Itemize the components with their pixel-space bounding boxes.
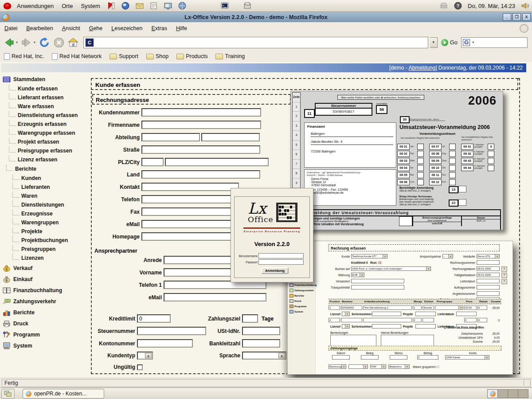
bookmark-folder-products[interactable]: Products [172,53,211,59]
sidebar-item-system[interactable]: System [3,340,90,351]
pdf-launcher-icon[interactable] [107,1,116,10]
firmenname-input[interactable] [141,121,261,129]
volume-icon[interactable] [520,1,529,10]
land-input[interactable] [141,170,260,179]
abteilung-input-1[interactable] [141,133,200,141]
sidebar-item-preisgruppe-erfassen[interactable]: Preisgruppe erfassen [3,146,90,155]
stop-button[interactable] [53,37,65,48]
sidebar-item-stammdaten[interactable]: Stammdaten [3,74,90,84]
sidebar-item-lieferanten[interactable]: Lieferanten [3,183,90,192]
email2-input[interactable] [164,293,266,301]
zahlungsziel-input[interactable] [242,314,258,323]
terminal-launcher-icon[interactable]: >_ [220,1,229,10]
redhat-menu-icon[interactable] [4,3,11,9]
kundennummer-input[interactable] [141,108,261,117]
package-launcher-icon[interactable] [243,1,252,10]
kreditlimit-input[interactable] [137,314,171,323]
bookmark-folder-shop[interactable]: Shop [142,53,172,59]
go-button[interactable]: Go [438,39,461,46]
workspace-2[interactable] [498,390,508,398]
sidebar-item-einkauf[interactable]: $Einkauf [3,274,90,285]
sidebar-item-preisgruppen[interactable]: Preisgruppen [3,245,90,254]
menu-orte[interactable]: Orte [58,0,77,12]
print-status-icon[interactable] [439,1,448,10]
sidebar-item-finanzbuchhaltung[interactable]: Finanzbuchhaltung [3,285,90,296]
workspace-4[interactable] [518,390,528,398]
bookmark-redhat-inc[interactable]: Red Hat, Inc. [0,53,48,60]
maximize-button[interactable]: ❐ [512,13,521,21]
sidebar-item-dienstleistung-erfassen[interactable]: Dienstleistung erfassen [3,111,90,120]
url-bar[interactable]: C [83,37,428,48]
screenshot-launcher-icon[interactable] [164,1,172,10]
workspace-1[interactable] [488,390,498,398]
window-titlebar[interactable]: Lx-Office Version 2.2.0 - Demo - demo - … [0,12,532,23]
plz-input[interactable] [141,158,164,166]
sidebar-item-waren[interactable]: Waren [3,192,90,200]
sidebar-item-druck[interactable]: Druck [3,318,90,329]
sidebar-item-erzeugnisse[interactable]: Erzeugnisse [3,209,90,218]
sidebar-item-erzeugnis-erfassen[interactable]: Erzeugnis erfassen [3,120,90,129]
workspace-3[interactable] [508,390,518,398]
abteilung-input-2[interactable] [201,133,260,141]
kundentyp-select[interactable] [137,352,153,360]
show-desktop-button[interactable] [1,389,15,399]
bookmark-redhat-network[interactable]: Red Hat Network [48,53,106,60]
menu-bearbeiten[interactable]: Bearbeiten [22,23,57,34]
search-engine-dropdown[interactable]: ▾ [472,40,474,44]
reload-button[interactable] [38,37,51,48]
url-dropdown-button[interactable]: ▼ [430,37,438,48]
menu-extras[interactable]: Extras [147,23,171,34]
sidebar-item-kunden[interactable]: Kunden [3,174,90,183]
bankleitzahl-input[interactable] [242,339,280,348]
label-transportmittel: Transportmittel [317,286,350,289]
help-icon[interactable]: ? [454,1,462,10]
sidebar-item-projektbuchungen[interactable]: Projektbuchungen [3,236,90,245]
strasse-input[interactable] [141,145,260,154]
menu-datei[interactable]: Datei [0,23,22,34]
sprache-select[interactable] [242,352,286,360]
menu-hilfe[interactable]: Hilfe [172,23,192,34]
task-button-firefox[interactable]: openPR.de - Kosten... [23,389,104,399]
resize-grip[interactable] [524,379,531,387]
sidebar-item-verkauf[interactable]: $Verkauf [3,262,90,274]
ungueltig-checkbox[interactable] [137,364,143,370]
sidebar-item-ware-erfassen[interactable]: Ware erfassen [3,102,90,111]
minimize-button[interactable]: _ [503,13,511,21]
city-input[interactable] [165,158,269,166]
home-button[interactable] [67,37,80,48]
sidebar-item-zahlungsverkehr[interactable]: Zahlungsverkehr [3,296,90,307]
close-button[interactable]: X [522,13,531,21]
browser-launcher-icon[interactable] [121,1,130,10]
sidebar-item-berichte[interactable]: Berichte [3,307,90,318]
sidebar-item-warengruppe-erfassen[interactable]: Warengruppe erfassen [3,129,90,137]
menu-anwendungen[interactable]: Anwendungen [13,0,58,12]
back-button[interactable]: ▾ [3,37,18,48]
menu-system[interactable]: System [77,0,104,12]
sidebar-item-programm[interactable]: Programm [3,329,90,340]
clock[interactable]: Do, 09. Mär, 14:23 [468,3,515,9]
bookmark-folder-training[interactable]: Training [211,53,249,59]
menu-ansicht[interactable]: Ansicht [58,23,85,34]
menu-lesezeichen[interactable]: Lesezeichen [107,23,147,34]
mail-launcher-icon[interactable] [135,1,144,10]
sidebar-item-warengruppen[interactable]: Warengruppen [3,218,90,227]
sidebar-item-projekte[interactable]: Projekte [3,227,90,236]
sidebar-item-berichte-stammdaten[interactable]: Berichte [3,164,90,174]
logout-link[interactable]: Abmeldung [408,65,435,71]
bookmark-folder-support[interactable]: Support [106,53,142,59]
notes-launcher-icon[interactable] [149,1,158,10]
sidebar-item-lieferant-erfassen[interactable]: Lieferant erfassen [3,93,90,102]
sidebar-item-dienstleistungen[interactable]: Dienstleistungen [3,200,90,209]
forward-button[interactable]: ▾ [20,37,35,48]
search-input[interactable]: G▾ [461,37,528,48]
globe-launcher-icon[interactable] [178,1,187,10]
ustidnr-input[interactable] [242,327,280,335]
ledger-book-icon [289,283,293,287]
kontonummer-input[interactable] [137,339,193,348]
sidebar-item-lizenzen[interactable]: Lizenzen [3,254,90,262]
sidebar-item-projekt-erfassen[interactable]: Projekt erfassen [3,137,90,146]
sidebar-item-kunde-erfassen[interactable]: Kunde erfassen [3,84,90,93]
sidebar-item-lizenz-erfassen[interactable]: Lizenz erfassen [3,155,90,164]
menu-gehe[interactable]: Gehe [85,23,107,34]
kontakt-input[interactable] [141,183,239,191]
